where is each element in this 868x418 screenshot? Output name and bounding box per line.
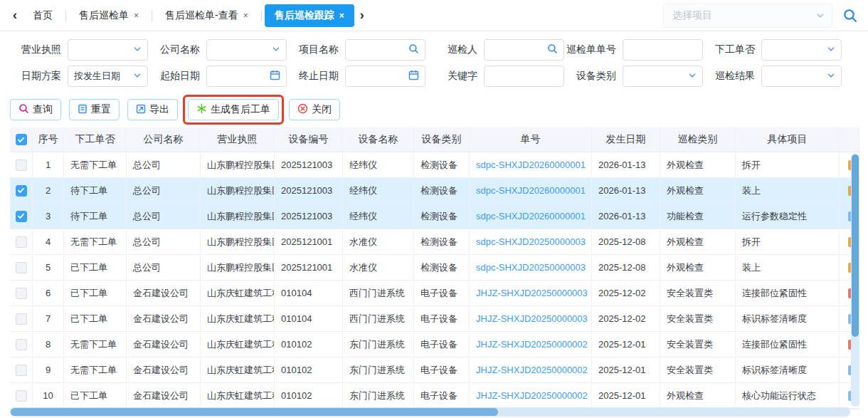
horizontal-scrollbar[interactable] [10,407,850,417]
cell-company: 金石建设公司 [127,357,201,383]
cell-doc-no[interactable]: JHJZ-SHXJD20250000003 [470,281,592,306]
cell-item: 运行参数稳定性 [736,204,840,229]
cell-doc-no[interactable]: JHJZ-SHXJD20250000002 [470,357,592,383]
row-checkbox[interactable] [16,288,27,299]
filter-label: 项目名称 [287,43,339,56]
cell-item: 连接部位紧固性 [736,281,840,306]
cell-license: 山东鹏程控股集团有 [201,178,275,204]
export-button[interactable]: 导出 [127,99,178,120]
cell-insp-type: 安全装置类 [660,332,736,357]
generate-sparkle-icon [196,103,207,116]
row-checkbox[interactable] [16,160,27,171]
filter-select-field[interactable] [761,39,842,61]
horizontal-scrollbar-thumb[interactable] [11,408,498,416]
row-checkbox[interactable] [16,262,27,273]
chevron-down-icon [688,70,697,83]
column-header: 设备编号 [275,127,343,152]
row-checkbox-cell [10,357,33,383]
tab-item-3[interactable]: 售后巡检跟踪× [265,4,354,27]
row-checkbox[interactable] [16,390,27,402]
filter-label: 关键字 [426,70,477,83]
filter-select-field[interactable] [623,66,703,87]
row-checkbox[interactable] [16,313,27,325]
cell-doc-no[interactable]: JHJZ-SHXJD20250000003 [470,306,592,332]
cell-doc-no[interactable]: sdpc-SHXJD20260000001 [470,204,592,229]
cell-seq: 4 [33,229,64,255]
tab-home[interactable]: 首页 [23,4,63,27]
filter-search-field[interactable] [345,39,425,61]
column-header: 发生日期 [592,127,660,152]
cell-item: 标识标签清晰度 [736,357,840,383]
row-checkbox[interactable] [16,365,27,376]
project-select-placeholder: 选择项目 [672,9,816,22]
calendar-icon [270,70,280,83]
select-all-checkbox[interactable] [16,134,27,145]
cell-seq: 6 [33,281,64,306]
row-checkbox-cell [10,204,33,229]
chevron-down-icon [272,43,280,56]
cell-date: 2025-12-01 [592,383,660,409]
cell-order-status: 无需下工单 [64,357,127,383]
cell-insp-type: 外观检查 [660,229,736,255]
cell-doc-no[interactable]: sdpc-SHXJD20250000003 [470,229,592,255]
table-row: 7已下工单金石建设公司山东庆虹建筑工程有010104西门门进系统电子设备JHJZ… [10,306,859,332]
cell-license: 山东鹏程控股集团有 [201,152,275,178]
reset-button[interactable]: 重置 [69,99,120,120]
cell-device-type: 检测设备 [414,204,470,229]
cell-doc-no[interactable]: JHJZ-SHXJD20250000002 [470,383,592,409]
filter-label: 下工单否 [704,43,755,56]
tabs-scroll-right-icon[interactable]: › [354,8,370,23]
tab-close-icon[interactable]: × [134,11,139,21]
filter-select-field[interactable] [68,39,148,61]
cell-device-name: 西门门进系统 [343,281,414,306]
close-button[interactable]: 关闭 [289,99,340,120]
calendar-icon [408,70,419,83]
toolbar-button-label: 查询 [33,103,53,116]
row-checkbox[interactable] [16,236,27,248]
project-select[interactable]: 选择项目 [663,4,832,28]
vertical-scrollbar-thumb[interactable] [852,155,859,337]
filter-select-field[interactable] [206,39,287,61]
global-search-icon[interactable] [842,8,858,23]
tab-close-icon[interactable]: × [243,11,248,21]
filter-select-field[interactable]: 按发生日期 [68,66,148,87]
vertical-scrollbar[interactable] [851,153,859,407]
row-checkbox-cell [10,255,33,281]
cell-insp-type: 安全装置类 [660,306,736,332]
cell-doc-no[interactable]: sdpc-SHXJD20250000003 [470,255,592,281]
tabs-scroll-left-icon[interactable]: ‹ [7,8,23,23]
cell-doc-no[interactable]: JHJZ-SHXJD20250000002 [470,332,592,357]
row-checkbox[interactable] [16,339,27,350]
tab-item-1[interactable]: 售后巡检单× [69,4,149,27]
filter-date-field[interactable] [345,66,425,87]
filter-select-field[interactable] [761,66,842,87]
highlight-annotation-box: 生成售后工单 [183,95,284,125]
query-button[interactable]: 查询 [10,99,61,120]
tab-item-2[interactable]: 售后巡检单-查看× [155,4,258,27]
cell-device-type: 电子设备 [414,306,470,332]
cell-company: 总公司 [127,178,201,204]
filter-text-field[interactable] [484,66,564,87]
cell-item: 核心功能运行状态 [736,383,840,409]
column-header: 设备名称 [343,127,414,152]
tabs: 首页售后巡检单×售后巡检单-查看×售后巡检跟踪× [23,4,354,27]
filter-search-field[interactable] [484,39,564,61]
row-checkbox[interactable] [16,211,27,222]
tab-close-icon[interactable]: × [339,11,344,21]
generate-work-order-button[interactable]: 生成售后工单 [188,99,279,120]
chevron-down-icon [827,70,835,83]
filter-date-field[interactable] [206,66,287,87]
chevron-down-icon [816,11,825,20]
row-checkbox[interactable] [16,185,27,197]
tab-separator [261,10,262,21]
filter-label: 起始日期 [149,70,200,83]
cell-doc-no[interactable]: sdpc-SHXJD20260000001 [470,152,592,178]
row-checkbox-cell [10,281,33,306]
cell-device-no: 010104 [275,281,343,306]
cell-doc-no[interactable]: sdpc-SHXJD20260000001 [470,178,592,204]
column-header: 巡检类别 [660,127,736,152]
filter-text-field[interactable] [623,39,703,61]
column-header: 设备类别 [414,127,470,152]
tab-separator [152,10,152,21]
chevron-down-icon [133,43,142,56]
